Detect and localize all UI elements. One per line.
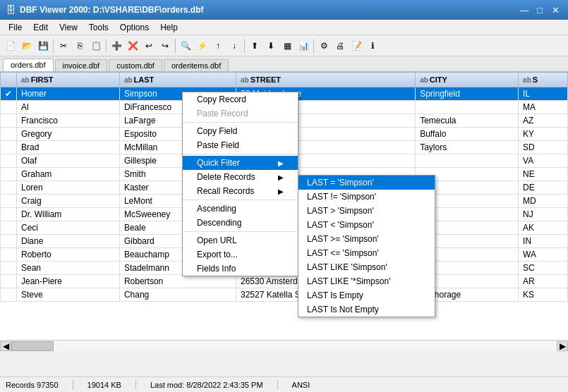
toolbar-import[interactable]: ⬇ — [263, 38, 279, 54]
toolbar-field-info[interactable]: ℹ — [365, 38, 380, 54]
ctx-open-url[interactable]: Open URL — [183, 233, 298, 247]
horizontal-scrollbar[interactable]: ◀ ▶ — [0, 340, 568, 351]
menu-edit[interactable]: Edit — [28, 21, 54, 34]
filter-is-not-empty[interactable]: LAST Is Not Empty — [298, 302, 435, 317]
ctx-sep-3 — [183, 200, 298, 200]
toolbar-del[interactable]: ❌ — [125, 38, 140, 54]
ctx-sep-4 — [183, 231, 298, 232]
ctx-sep-2 — [183, 154, 298, 154]
filter-lte[interactable]: LAST <= 'Simpson' — [298, 246, 435, 260]
toolbar: 📄 📂 💾 ✂ ⎘ 📋 ➕ ❌ ↩ ↪ 🔍 ⚡ ↑ ↓ ⬆ ⬇ ▦ 📊 ⚙ 🖨 … — [0, 35, 568, 56]
cell-city: Taylors — [416, 141, 519, 154]
table-row[interactable]: Jean-Piere Robertson 26530 Amsterdam ...… — [1, 275, 568, 288]
row-check — [1, 288, 17, 302]
toolbar-sort-asc[interactable]: ↑ — [210, 38, 226, 54]
ctx-arrow-quick-filter: ▶ — [278, 159, 284, 167]
scroll-right-btn[interactable]: ▶ — [557, 341, 568, 351]
quick-filter-submenu: LAST = 'Simpson' LAST != 'Simpson' LAST … — [298, 175, 435, 317]
filter-like-wildcard[interactable]: LAST LIKE '*Simpson' — [298, 274, 435, 288]
cell-last: Robertson — [119, 275, 236, 288]
cell-state: AK — [519, 221, 568, 235]
filter-less[interactable]: LAST < 'Simpson' — [298, 218, 435, 232]
col-first[interactable]: abFIRST — [17, 73, 120, 87]
row-check — [1, 128, 17, 141]
toolbar-open[interactable]: 📂 — [19, 38, 35, 54]
toolbar-new[interactable]: 📄 — [3, 38, 18, 54]
ctx-quick-filter[interactable]: Quick Filter ▶ — [183, 156, 298, 170]
cell-state: NJ — [519, 208, 568, 221]
menu-help[interactable]: Help — [155, 21, 183, 34]
cell-first: Loren — [17, 181, 120, 195]
cell-first: Jean-Piere — [17, 275, 120, 288]
scroll-thumb[interactable] — [11, 341, 54, 351]
row-check — [1, 168, 17, 181]
menu-options[interactable]: Options — [114, 21, 155, 34]
row-check — [1, 101, 17, 114]
toolbar-cut[interactable]: ✂ — [56, 38, 71, 54]
toolbar-copy[interactable]: ⎘ — [72, 38, 87, 54]
toolbar-sep-3 — [175, 39, 176, 53]
title-bar: 🗄 DBF Viewer 2000: D:\VSHARE\DBF\orders.… — [0, 0, 568, 20]
menu-tools[interactable]: Tools — [83, 21, 114, 34]
tab-custom[interactable]: custom.dbf — [109, 59, 162, 71]
filter-not-equals[interactable]: LAST != 'Simpson' — [298, 190, 435, 204]
filter-greater[interactable]: LAST > 'Simpson' — [298, 204, 435, 218]
col-last[interactable]: abLAST — [119, 73, 236, 87]
row-check: ✔ — [1, 87, 17, 101]
scroll-track[interactable] — [11, 341, 557, 351]
ctx-fields-info[interactable]: Fields Info — [183, 262, 298, 276]
filter-like[interactable]: LAST LIKE 'Simpson' — [298, 260, 435, 274]
cell-state: KY — [519, 128, 568, 141]
col-state[interactable]: abS — [519, 73, 568, 87]
title-bar-left: 🗄 DBF Viewer 2000: D:\VSHARE\DBF\orders.… — [6, 4, 204, 16]
filter-gte[interactable]: LAST >= 'Simpson' — [298, 232, 435, 246]
toolbar-paste[interactable]: 📋 — [88, 38, 104, 54]
ctx-recall-records[interactable]: Recall Records ▶ — [183, 184, 298, 198]
table-row[interactable]: Steve Chang 32527 Katella St. Anchorage … — [1, 288, 568, 302]
col-city[interactable]: abCITY — [416, 73, 519, 87]
minimize-button[interactable]: — — [517, 4, 531, 16]
tab-bar: orders.dbf invoice.dbf custom.dbf orderi… — [0, 56, 568, 72]
toolbar-export[interactable]: ⬆ — [247, 38, 262, 54]
menu-file[interactable]: File — [3, 21, 28, 34]
toolbar-print[interactable]: 🖨 — [332, 38, 348, 54]
toolbar-filter[interactable]: ⚡ — [194, 38, 210, 54]
toolbar-find[interactable]: 🔍 — [178, 38, 193, 54]
menu-view[interactable]: View — [54, 21, 83, 34]
col-street[interactable]: abSTREET — [236, 73, 415, 87]
filter-is-empty[interactable]: LAST Is Empty — [298, 288, 435, 302]
toolbar-memo[interactable]: 📝 — [349, 38, 364, 54]
row-check — [1, 262, 17, 275]
ctx-ascending[interactable]: Ascending — [183, 202, 298, 216]
toolbar-undo[interactable]: ↩ — [141, 38, 157, 54]
toolbar-add[interactable]: ➕ — [109, 38, 124, 54]
toolbar-save[interactable]: 💾 — [35, 38, 51, 54]
tab-orderitems[interactable]: orderitems.dbf — [164, 59, 229, 71]
maximize-button[interactable]: □ — [533, 4, 547, 16]
row-check — [1, 221, 17, 235]
ctx-export[interactable]: Export to... — [183, 247, 298, 262]
table-header-row: abFIRST abLAST abSTREET abCITY abS — [1, 73, 568, 87]
filter-equals[interactable]: LAST = 'Simpson' — [298, 176, 435, 190]
toolbar-settings[interactable]: ⚙ — [316, 38, 332, 54]
tab-invoice[interactable]: invoice.dbf — [55, 59, 108, 71]
row-check — [1, 181, 17, 195]
scroll-left-btn[interactable]: ◀ — [0, 341, 11, 351]
ctx-delete-records[interactable]: Delete Records ▶ — [183, 170, 298, 184]
row-check — [1, 235, 17, 248]
close-button[interactable]: ✕ — [548, 4, 562, 16]
toolbar-sort-desc[interactable]: ↓ — [226, 38, 242, 54]
cell-state: MA — [519, 101, 568, 114]
status-size: 19014 KB — [87, 381, 121, 389]
cell-state: VA — [519, 154, 568, 168]
ctx-paste-field[interactable]: Paste Field — [183, 138, 298, 152]
ctx-copy-record[interactable]: Copy Record — [183, 92, 298, 106]
cell-first: Sean — [17, 262, 120, 275]
status-records: Records 97350 — [6, 381, 59, 389]
ctx-descending[interactable]: Descending — [183, 216, 298, 230]
toolbar-chart[interactable]: 📊 — [296, 38, 311, 54]
ctx-copy-field[interactable]: Copy Field — [183, 124, 298, 138]
tab-orders[interactable]: orders.dbf — [3, 59, 54, 71]
toolbar-redo[interactable]: ↪ — [157, 38, 173, 54]
toolbar-grid[interactable]: ▦ — [279, 38, 295, 54]
